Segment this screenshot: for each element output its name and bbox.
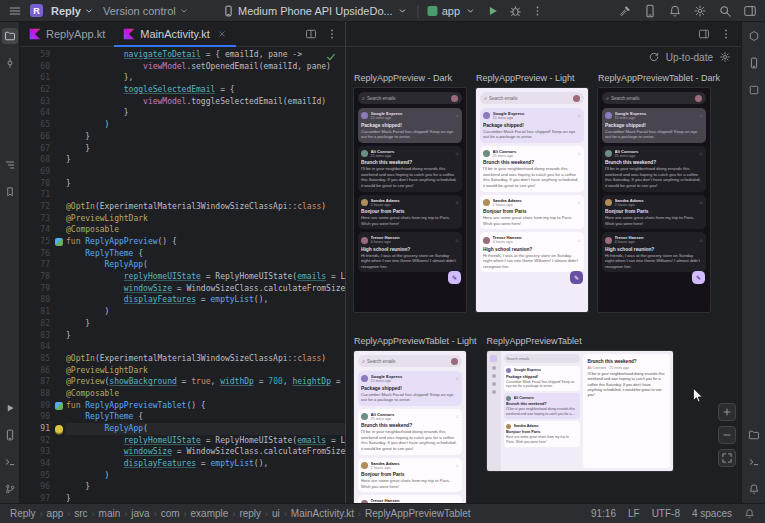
bookmarks-tool-button[interactable] (2, 184, 18, 200)
breadcrumb-item[interactable]: src (74, 508, 87, 519)
email-list-item[interactable]: Sandra Adams2 hours ago☆Bonjour from Par… (358, 458, 462, 493)
gutter-line[interactable]: 67 (20, 143, 66, 155)
encoding-widget[interactable]: UTF-8 (652, 508, 680, 519)
project-tool-button[interactable] (2, 28, 18, 44)
gutter-line[interactable]: 72 (20, 201, 66, 213)
compose-preview-gutter-icon[interactable] (55, 402, 63, 410)
code-line[interactable] (66, 166, 345, 178)
toggle-layout-button[interactable] (743, 4, 757, 18)
code-line[interactable]: displayFeatures = emptyList(), (66, 294, 345, 306)
email-list-item[interactable]: Ali Connors25 mins ago☆Brunch this weeke… (358, 146, 462, 192)
more-run-options-button[interactable] (531, 5, 543, 17)
code-area[interactable]: navigateToDetail = { emailId, pane -> vi… (66, 47, 345, 503)
project-selector[interactable]: Reply (51, 5, 95, 17)
preview-card[interactable]: Search emailsGoogle ExpressPackage shipp… (487, 351, 673, 471)
notifications-status-icon[interactable] (744, 508, 755, 519)
refresh-previews-button[interactable] (648, 51, 660, 63)
preview-card[interactable]: ⌕Search emailsGoogle Express15 mins ago☆… (476, 88, 588, 312)
intention-bulb-icon[interactable] (55, 425, 63, 433)
notifications-button[interactable] (668, 4, 682, 18)
code-editor[interactable]: 5960616263646566676869707172737475767778… (20, 47, 345, 503)
gutter-line[interactable]: 82 (20, 318, 66, 330)
email-list-item[interactable]: Ali ConnorsBrunch this weekend?I'll be i… (504, 393, 580, 418)
commit-tool-button[interactable] (2, 55, 18, 71)
code-line[interactable] (66, 189, 345, 201)
run-tool-button[interactable] (2, 400, 18, 416)
code-line[interactable]: @OptIn(ExperimentalMaterial3WindowSizeCl… (66, 201, 345, 213)
preview-settings-button[interactable] (719, 51, 731, 63)
code-line[interactable]: } (66, 481, 345, 493)
breadcrumb-item[interactable]: ReplyAppPreviewTablet (365, 508, 471, 519)
breadcrumb-item[interactable]: main (99, 508, 121, 519)
gutter-line[interactable]: 84 (20, 341, 66, 353)
terminal-tool-button[interactable] (2, 454, 18, 470)
settings-button[interactable] (693, 4, 707, 18)
breadcrumb-item[interactable]: example (191, 508, 229, 519)
code-line[interactable]: windowSize = WindowSizeClass.calculateFr… (66, 283, 345, 295)
breadcrumb-item[interactable]: com (161, 508, 180, 519)
gutter-line[interactable]: 79 (20, 283, 66, 295)
email-list-item[interactable]: Sandra Adams2 hours ago☆Bonjour from Par… (602, 195, 706, 230)
gutter-line[interactable]: 73 (20, 213, 66, 225)
code-line[interactable]: windowSize = WindowSizeClass.calculateFr… (66, 446, 345, 458)
code-line[interactable]: ReplyApp( (66, 423, 345, 435)
email-list-item[interactable]: Sandra AdamsBonjour from ParisHere are s… (504, 421, 580, 446)
breadcrumb-item[interactable]: reply (239, 508, 261, 519)
gutter-line[interactable]: 85 (20, 353, 66, 365)
code-line[interactable]: displayFeatures = emptyList(), (66, 458, 345, 470)
gutter-line[interactable]: 87 (20, 376, 66, 388)
email-list-item[interactable]: Trevor Hansen4 hours ago☆High school reu… (358, 495, 462, 503)
code-line[interactable]: ReplyTheme { (66, 248, 345, 260)
email-list-item[interactable]: Trevor Hansen4 hours ago☆High school reu… (358, 232, 462, 272)
code-line[interactable]: } (66, 178, 345, 190)
code-line[interactable]: } (66, 131, 345, 143)
code-line[interactable]: toggleSelectedEmail = { (66, 84, 345, 96)
code-line[interactable]: @PreviewLightDark (66, 213, 345, 225)
gutter-line[interactable]: 81 (20, 306, 66, 318)
gutter-line[interactable]: 90 (20, 411, 66, 423)
inspections-widget[interactable] (325, 51, 337, 63)
gutter-line[interactable]: 92 (20, 435, 66, 447)
code-line[interactable]: } (66, 493, 345, 503)
email-list-item[interactable]: Sandra Adams2 hours ago☆Bonjour from Par… (480, 195, 584, 230)
code-line[interactable]: navigateToDetail = { emailId, pane -> (66, 49, 345, 61)
gradle-tool-button[interactable] (746, 28, 762, 44)
code-line[interactable]: fun ReplyAppPreviewTablet() { (66, 400, 345, 412)
tab-replyapp[interactable]: ReplyApp.kt (20, 22, 114, 46)
code-line[interactable]: @PreviewLightDark (66, 365, 345, 377)
code-line[interactable]: replyHomeUIState = ReplyHomeUIState(emai… (66, 271, 345, 283)
code-line[interactable]: ) (66, 470, 345, 482)
code-line[interactable]: @Preview(showBackground = true, widthDp … (66, 376, 345, 388)
gutter-line[interactable]: 96 (20, 481, 66, 493)
close-tab-icon[interactable] (217, 29, 227, 39)
vcs-selector[interactable]: Version control (103, 5, 190, 17)
code-line[interactable]: } (66, 318, 345, 330)
compose-fab[interactable]: ✎ (570, 271, 583, 284)
device-manager-button[interactable] (643, 4, 657, 18)
code-line[interactable]: replyHomeUIState = ReplyHomeUIState(emai… (66, 435, 345, 447)
breadcrumb-item[interactable]: ui (272, 508, 280, 519)
gutter-line[interactable]: 62 (20, 84, 66, 96)
code-line[interactable]: }, (66, 72, 345, 84)
gutter-line[interactable]: 89 (20, 400, 66, 412)
breadcrumb-item[interactable]: java (131, 508, 149, 519)
zoom-to-fit-button[interactable] (718, 449, 736, 467)
preview-card[interactable]: ⌕Search emailsGoogle Express15 mins ago☆… (354, 351, 466, 503)
notifications-tool-button[interactable] (746, 481, 762, 497)
device-selector[interactable]: Medium Phone API UpsideDo... (222, 5, 409, 17)
code-line[interactable]: @Composable (66, 224, 345, 236)
gutter-line[interactable]: 71 (20, 189, 66, 201)
gutter-line[interactable]: 77 (20, 259, 66, 271)
code-line[interactable]: @OptIn(ExperimentalMaterial3WindowSizeCl… (66, 353, 345, 365)
gutter-line[interactable]: 78 (20, 271, 66, 283)
email-list-item[interactable]: Ali Connors25 mins ago☆Brunch this weeke… (358, 409, 462, 455)
email-list-item[interactable]: Ali Connors25 mins ago☆Brunch this weeke… (602, 146, 706, 192)
search-everywhere-button[interactable] (718, 4, 732, 18)
indent-widget[interactable]: 4 spaces (692, 508, 732, 519)
breadcrumb-item[interactable]: app (47, 508, 64, 519)
gutter-line[interactable]: 91 (20, 423, 66, 435)
preview-title[interactable]: ReplyAppPreviewTablet - Light (354, 336, 477, 346)
compose-fab[interactable]: ✎ (692, 271, 705, 284)
code-line[interactable]: } (66, 330, 345, 342)
code-line[interactable]: ReplyTheme { (66, 411, 345, 423)
